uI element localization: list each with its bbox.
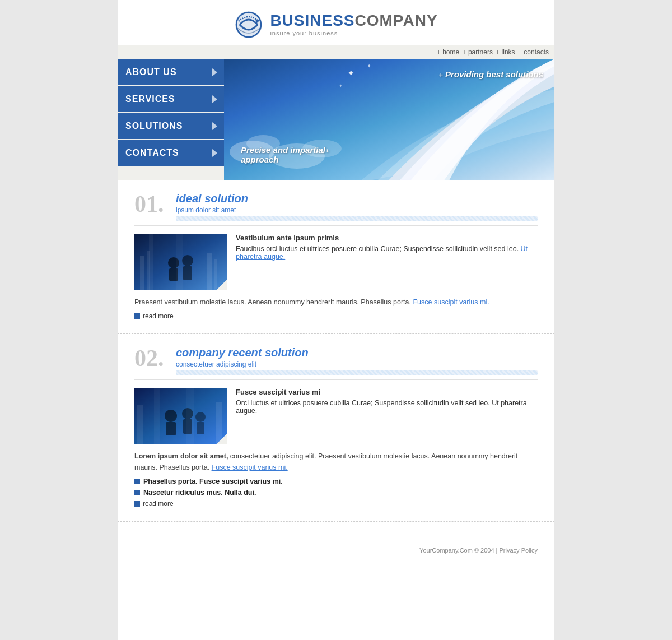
section-2-title-wrap: company recent solution consectetuer adi… xyxy=(176,346,538,375)
header: BUSINESSCOMPANY insure your business xyxy=(118,0,554,45)
svg-point-20 xyxy=(165,410,177,422)
svg-point-24 xyxy=(195,412,206,422)
logo-area: BUSINESSCOMPANY insure your business xyxy=(234,10,437,39)
section-2-img-triangle xyxy=(217,434,227,444)
section-1-number: 01. xyxy=(134,192,168,216)
section-1-img-inner xyxy=(134,234,227,290)
svg-rect-14 xyxy=(183,266,192,280)
section-2: 02. company recent solution consectetuer… xyxy=(118,334,554,522)
main-layout: ABOUT US SERVICES SOLUTIONS CONTACTS xyxy=(118,59,554,180)
section-2-text-right: Fusce suscipit varius mi Orci luctus et … xyxy=(236,388,538,444)
sidebar-item-services[interactable]: SERVICES xyxy=(118,86,224,113)
nav-links[interactable]: + links xyxy=(496,48,515,56)
section-2-bullet-1: Phasellus porta. Fusce suscipit varius m… xyxy=(134,477,538,485)
logo-tagline: insure your business xyxy=(270,30,437,36)
section-1-bar xyxy=(176,216,538,221)
read-more-icon-1 xyxy=(134,313,140,319)
section-2-body-heading: Fusce suscipit varius mi xyxy=(236,388,538,396)
svg-text:✦: ✦ xyxy=(339,84,343,89)
logo-company: COMPANY xyxy=(355,12,438,29)
section-2-header: 02. company recent solution consectetuer… xyxy=(134,346,538,380)
nav-home[interactable]: + home xyxy=(437,48,459,56)
section-2-bullet-2: Nascetur ridiculus mus. Nulla dui. xyxy=(134,489,538,497)
section-1-body: Vestibulum ante ipsum primis Faucibus or… xyxy=(134,234,538,290)
svg-rect-18 xyxy=(137,405,143,444)
sidebar-arrow-contacts xyxy=(212,149,217,157)
content: 01. ideal solution ipsum dolor sit amet xyxy=(118,180,554,539)
svg-rect-17 xyxy=(134,388,227,444)
logo-business: BUSINESS xyxy=(270,12,354,29)
sidebar-arrow-services xyxy=(212,95,217,103)
sidebar-item-about[interactable]: ABOUT US xyxy=(118,59,224,86)
section-2-readmore-link[interactable]: read more xyxy=(143,500,174,508)
logo-text-wrap: BUSINESSCOMPANY insure your business xyxy=(270,13,437,36)
footer-text: YourCompany.Com © 2004 | Privacy Policy xyxy=(419,547,538,554)
sidebar-item-solutions[interactable]: SOLUTIONS xyxy=(118,113,224,140)
logo-icon xyxy=(234,10,263,39)
svg-rect-9 xyxy=(207,253,212,290)
section-1-readmore-link[interactable]: read more xyxy=(143,312,174,320)
logo-title: BUSINESSCOMPANY xyxy=(270,13,437,29)
section-1-para-link[interactable]: Fusce suscipit varius mi. xyxy=(413,298,489,306)
section-2-title: company recent solution xyxy=(176,346,538,359)
read-more-icon-2 xyxy=(134,501,140,507)
svg-text:✦: ✦ xyxy=(367,63,371,69)
svg-rect-21 xyxy=(166,422,176,435)
section-2-image xyxy=(134,388,227,444)
section-2-number: 02. xyxy=(134,346,168,370)
sidebar-arrow-solutions xyxy=(212,122,217,130)
section-2-para: Lorem ipsum dolor sit amet, consectetuer… xyxy=(134,451,538,473)
section-1-image xyxy=(134,234,227,290)
section-1-text-right: Vestibulum ante ipsum primis Faucibus or… xyxy=(236,234,538,290)
section-2-readmore: read more xyxy=(134,500,538,508)
section-1: 01. ideal solution ipsum dolor sit amet xyxy=(118,180,554,334)
section-1-subtitle: ipsum dolor sit amet xyxy=(176,206,538,214)
section-1-body-heading: Vestibulum ante ipsum primis xyxy=(236,234,538,242)
sidebar-label-contacts: CONTACTS xyxy=(125,148,179,158)
sidebar-item-contacts[interactable]: CONTACTS xyxy=(118,140,224,167)
svg-point-13 xyxy=(182,255,193,266)
nav-partners[interactable]: + partners xyxy=(463,48,493,56)
bullet-icon-2 xyxy=(134,490,140,495)
section-1-body-text: Faucibus orci luctus et ultrices posuere… xyxy=(236,245,528,261)
section-2-para-link[interactable]: Fusce suscipit varius mi. xyxy=(212,463,288,471)
svg-point-0 xyxy=(235,11,262,38)
svg-rect-7 xyxy=(140,256,144,290)
section-2-img-inner xyxy=(134,388,227,444)
banner-tagline-top: + Providing best solutions xyxy=(438,69,543,79)
bullet-icon-1 xyxy=(134,479,140,484)
section-1-body-link[interactable]: Ut pharetra augue. xyxy=(236,245,528,261)
sidebar-label-solutions: SOLUTIONS xyxy=(125,121,183,131)
banner-tagline-bottom: Precise and impartial+approach xyxy=(241,145,329,164)
banner: ✦ ✦ ✦ + Providing best solutions Precise… xyxy=(224,59,554,180)
top-nav: + home + partners + links + contacts xyxy=(118,45,554,59)
section-1-header: 01. ideal solution ipsum dolor sit amet xyxy=(134,192,538,226)
sidebar: ABOUT US SERVICES SOLUTIONS CONTACTS xyxy=(118,59,224,180)
svg-rect-25 xyxy=(197,422,204,434)
section-2-body-text: Orci luctus et ultrices posuere cubilia … xyxy=(236,399,527,415)
nav-contacts[interactable]: + contacts xyxy=(518,48,549,56)
section-1-readmore: read more xyxy=(134,312,538,320)
section-2-body: Fusce suscipit varius mi Orci luctus et … xyxy=(134,388,538,444)
svg-text:✦: ✦ xyxy=(347,68,354,78)
section-1-title: ideal solution xyxy=(176,192,538,205)
sidebar-arrow-about xyxy=(212,68,217,76)
section-2-subtitle: consectetuer adipiscing elit xyxy=(176,360,538,368)
section-1-para: Praesent vestibulum molestie lacus. Aene… xyxy=(134,296,538,308)
section-1-img-triangle xyxy=(217,280,227,290)
section-1-title-wrap: ideal solution ipsum dolor sit amet xyxy=(176,192,538,221)
sidebar-label-about: ABOUT US xyxy=(125,67,177,77)
section-2-bar xyxy=(176,370,538,375)
sidebar-label-services: SERVICES xyxy=(125,94,175,104)
footer: YourCompany.Com © 2004 | Privacy Policy xyxy=(118,539,554,562)
